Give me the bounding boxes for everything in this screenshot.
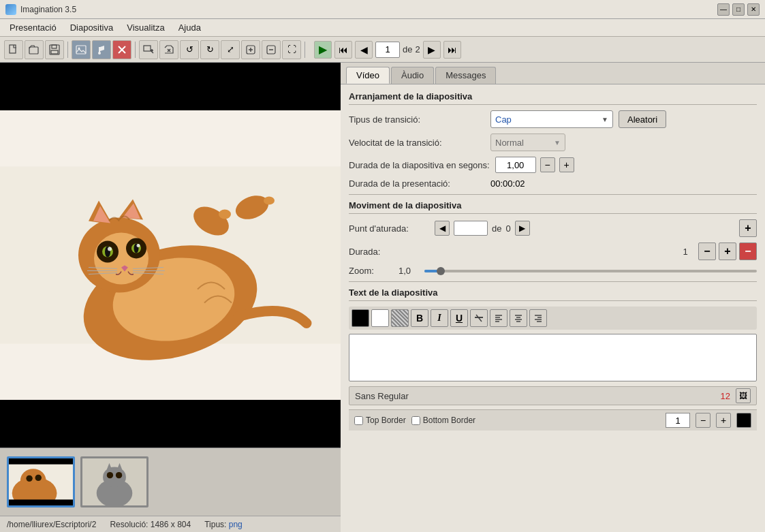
thumb-2-inner <box>82 458 146 505</box>
zoom-fit-button[interactable]: ⤢ <box>221 40 240 59</box>
preview-area <box>0 63 341 448</box>
maximize-button[interactable]: □ <box>732 3 745 16</box>
underline-button[interactable]: U <box>450 309 468 327</box>
movement-duration-controls: 1 − + − <box>675 242 757 260</box>
stop-of-label: de <box>492 223 501 234</box>
svg-point-37 <box>108 247 112 251</box>
svg-rect-8 <box>99 47 100 53</box>
zoom-in-button[interactable] <box>241 40 260 59</box>
zoom-slider-thumb[interactable] <box>437 267 445 275</box>
zoom-out-button[interactable] <box>262 40 281 59</box>
align-left-button[interactable] <box>490 309 508 327</box>
stop-prev-button[interactable]: ◀ <box>435 221 450 236</box>
preview-black-top <box>0 63 341 110</box>
tab-messages[interactable]: Messages <box>435 67 496 84</box>
speed-arrow-icon: ▼ <box>554 139 561 146</box>
minimize-button[interactable]: — <box>717 3 730 16</box>
menu-diapositiva[interactable]: Diapositiva <box>63 20 121 35</box>
play-button[interactable]: ▶ <box>314 41 332 59</box>
random-button[interactable]: Aleatori <box>619 110 666 128</box>
last-button[interactable]: ⏭ <box>443 41 461 59</box>
open-button[interactable] <box>25 40 44 59</box>
thumbnail-1[interactable] <box>7 456 75 507</box>
zoom-slider[interactable] <box>424 270 757 272</box>
thumbnails-bar <box>0 448 341 516</box>
menu-ajuda[interactable]: Ajuda <box>172 20 208 35</box>
stop-number-input[interactable] <box>454 221 488 236</box>
strikethrough-button[interactable] <box>470 309 488 327</box>
next-button[interactable]: ▶ <box>423 41 441 59</box>
duration-input[interactable]: 1,00 <box>495 157 536 173</box>
import-image-button[interactable] <box>72 40 91 59</box>
remove-slide-button[interactable] <box>159 40 178 59</box>
font-picker-button[interactable]: 🖼 <box>736 388 751 403</box>
delete-button[interactable] <box>112 40 131 59</box>
top-border-label: Top Border <box>366 416 406 425</box>
stop-add-button[interactable]: + <box>739 219 757 237</box>
border-color-button[interactable] <box>736 413 751 428</box>
tab-audio[interactable]: Àudio <box>391 67 434 84</box>
bold-button[interactable]: B <box>411 309 428 327</box>
rotate-cw-button[interactable]: ↻ <box>200 40 219 59</box>
top-border-checkbox-label[interactable]: Top Border <box>354 416 406 425</box>
align-center-button[interactable] <box>510 309 527 327</box>
bottom-border-checkbox-label[interactable]: Bottom Border <box>411 416 475 425</box>
import-audio-button[interactable] <box>92 40 111 59</box>
status-type-value: png <box>229 520 243 529</box>
title-bar: Imagination 3.5 — □ ✕ <box>0 0 765 19</box>
window-title: Imagination 3.5 <box>20 5 76 14</box>
color-black-button[interactable] <box>352 309 369 327</box>
status-path: /home/lliurex/Escriptori/2 <box>7 520 96 529</box>
menu-presentacio[interactable]: Presentació <box>3 20 63 35</box>
save-button[interactable] <box>45 40 64 59</box>
zoom-full-button[interactable]: ⛶ <box>282 40 301 59</box>
svg-rect-3 <box>52 45 57 48</box>
add-slide-button[interactable] <box>139 40 158 59</box>
status-resolution-label: Resolució: <box>110 520 148 529</box>
movement-duration-extra-button[interactable]: − <box>739 242 757 260</box>
tabs: Vídeo Àudio Messages <box>341 63 765 84</box>
rotate-ccw-button[interactable]: ↺ <box>180 40 199 59</box>
slide-number-input[interactable]: 1 <box>375 42 400 58</box>
menu-visualitza[interactable]: Visualitza <box>120 20 171 35</box>
toolbar: ↺ ↻ ⤢ ⛶ ▶ ⏮ ◀ 1 de 2 ▶ ⏭ <box>0 37 765 63</box>
transition-dropdown[interactable]: Cap ▼ <box>490 110 613 128</box>
duration-increase-button[interactable]: + <box>559 157 574 172</box>
duration-field: 1,00 − + <box>495 157 574 173</box>
color-pattern-button[interactable] <box>391 309 409 327</box>
text-editor[interactable] <box>349 334 757 381</box>
tab-video[interactable]: Vídeo <box>346 67 390 84</box>
transition-dropdown-value: Cap <box>495 114 602 125</box>
new-button[interactable] <box>4 40 23 59</box>
window-controls: — □ ✕ <box>717 3 760 16</box>
movement-duration-decrease-button[interactable]: − <box>698 242 716 260</box>
app-icon <box>5 4 16 15</box>
nav-total-label: 2 <box>415 44 420 54</box>
svg-point-48 <box>219 210 231 219</box>
thumbnail-2[interactable] <box>80 456 149 507</box>
align-right-button[interactable] <box>529 309 547 327</box>
prev-button[interactable]: ◀ <box>355 41 373 59</box>
nav-bar: ▶ ⏮ ◀ 1 de 2 ▶ ⏭ <box>314 41 461 59</box>
first-button[interactable]: ⏮ <box>334 41 352 59</box>
panel-content: Arranjament de la diapositiva Tipus de t… <box>341 84 765 532</box>
bottom-border-checkbox[interactable] <box>411 416 420 425</box>
movement-duration-label: Durada: <box>349 247 431 257</box>
border-decrease-button[interactable]: − <box>696 413 711 428</box>
close-button[interactable]: ✕ <box>747 3 760 16</box>
border-increase-button[interactable]: + <box>716 413 731 428</box>
menu-bar: Presentació Diapositiva Visualitza Ajuda <box>0 19 765 37</box>
movement-duration-increase-button[interactable]: + <box>719 242 736 260</box>
svg-rect-0 <box>10 45 16 53</box>
svg-point-61 <box>116 472 122 478</box>
border-number-input[interactable]: 1 <box>666 413 690 428</box>
color-white-button[interactable] <box>371 309 389 327</box>
status-resolution: Resolució: 1486 x 804 <box>110 520 191 529</box>
top-border-checkbox[interactable] <box>354 416 363 425</box>
preview-black-bottom <box>0 400 341 448</box>
stop-next-button[interactable]: ▶ <box>515 221 530 236</box>
italic-button[interactable]: I <box>431 309 448 327</box>
speed-dropdown: Normal ▼ <box>490 134 565 151</box>
svg-point-60 <box>107 472 113 478</box>
duration-decrease-button[interactable]: − <box>540 157 555 172</box>
